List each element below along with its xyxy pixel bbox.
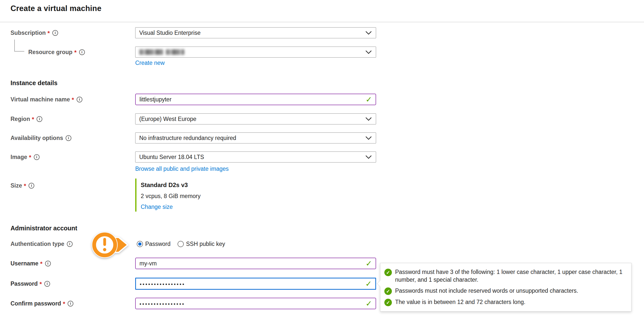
required-asterisk: * <box>40 260 42 267</box>
vm-name-label-group: Virtual machine name * i <box>11 96 135 103</box>
info-icon[interactable]: i <box>68 301 73 306</box>
page-header: Create a virtual machine <box>0 0 644 22</box>
username-label-group: Username * i <box>11 260 135 267</box>
info-icon[interactable]: i <box>29 183 34 189</box>
password-input[interactable] <box>136 278 375 289</box>
required-asterisk: * <box>29 154 31 161</box>
tooltip-text: Passwords must not include reserved word… <box>395 287 578 295</box>
chevron-down-icon <box>365 49 372 56</box>
vm-name-input[interactable] <box>136 94 376 105</box>
radio-label: Password <box>145 241 171 247</box>
chevron-down-icon <box>365 30 372 36</box>
tooltip-item: ✓ Passwords must not include reserved wo… <box>384 287 625 295</box>
valid-check-icon: ✓ <box>365 280 372 288</box>
check-circle-icon: ✓ <box>384 299 392 306</box>
availability-value: No infrastructure redundancy required <box>139 135 236 141</box>
size-name: Standard D2s v3 <box>141 179 201 189</box>
availability-label: Availability options <box>11 135 63 141</box>
availability-label-group: Availability options i <box>11 135 135 141</box>
tooltip-text: The value is in between 12 and 72 charac… <box>395 298 525 306</box>
size-specs: 2 vcpus, 8 GiB memory <box>141 193 201 200</box>
confirm-password-label: Confirm password <box>11 300 61 307</box>
create-new-link[interactable]: Create new <box>135 60 165 66</box>
password-label: Password <box>11 280 38 287</box>
info-icon[interactable]: i <box>77 97 82 102</box>
resource-group-connector-line <box>14 40 24 52</box>
size-label: Size <box>11 182 22 189</box>
auth-type-label: Authentication type <box>11 241 64 247</box>
vm-name-row: Virtual machine name * i ✓ <box>11 94 644 105</box>
password-requirements-tooltip: ✓ Password must have 3 of the following:… <box>380 263 631 311</box>
region-dropdown[interactable]: (Europe) West Europe <box>135 113 376 124</box>
info-icon[interactable]: i <box>79 49 85 55</box>
size-accent-bar <box>135 179 136 212</box>
subscription-label-group: Subscription * i <box>11 29 135 36</box>
instance-details-heading: Instance details <box>11 79 644 87</box>
check-circle-icon: ✓ <box>384 287 392 295</box>
size-details: Standard D2s v3 2 vcpus, 8 GiB memory Ch… <box>141 179 201 212</box>
confirm-password-label-group: Confirm password * i <box>11 300 135 307</box>
resource-group-value-redacted <box>139 49 184 55</box>
username-input-wrap: ✓ <box>135 258 376 269</box>
info-icon[interactable]: i <box>66 135 71 141</box>
vm-name-label: Virtual machine name <box>11 96 70 103</box>
username-input[interactable] <box>136 258 376 269</box>
availability-dropdown[interactable]: No infrastructure redundancy required <box>135 132 376 143</box>
required-asterisk: * <box>40 281 42 288</box>
required-asterisk: * <box>32 116 34 123</box>
resource-group-row: Resource group * i <box>11 47 644 58</box>
size-label-group: Size * i <box>11 179 135 189</box>
chevron-down-icon <box>365 135 372 141</box>
info-icon[interactable]: i <box>44 281 50 287</box>
image-row: Image * i Ubuntu Server 18.04 LTS <box>11 151 644 163</box>
subscription-value: Visual Studio Enterprise <box>139 30 201 36</box>
tooltip-text: Password must have 3 of the following: 1… <box>395 268 625 284</box>
info-icon[interactable]: i <box>45 261 51 266</box>
required-asterisk: * <box>74 49 76 56</box>
auth-type-radio-group: Password SSH public key <box>135 241 225 247</box>
info-icon[interactable]: i <box>52 30 58 36</box>
radio-selected-icon <box>137 241 143 247</box>
create-new-row: Create new <box>135 60 644 66</box>
region-row: Region * i (Europe) West Europe <box>11 113 644 124</box>
password-label-group: Password * i <box>11 280 135 287</box>
password-input-wrap: ✓ <box>135 278 376 290</box>
check-circle-icon: ✓ <box>384 269 392 276</box>
required-asterisk: * <box>63 300 65 307</box>
tooltip-item: ✓ Password must have 3 of the following:… <box>384 268 625 284</box>
region-label-group: Region * i <box>11 115 135 122</box>
valid-check-icon: ✓ <box>366 300 372 307</box>
info-icon[interactable]: i <box>37 116 42 122</box>
radio-unselected-icon <box>178 241 184 247</box>
radio-option-password[interactable]: Password <box>137 241 171 247</box>
radio-label: SSH public key <box>186 241 225 247</box>
resource-group-dropdown[interactable] <box>135 47 376 58</box>
radio-option-ssh-public-key[interactable]: SSH public key <box>178 241 225 247</box>
required-asterisk: * <box>72 96 74 103</box>
exclamation-arrow-callout-icon <box>88 230 131 259</box>
username-label: Username <box>11 260 38 267</box>
resource-group-label: Resource group <box>28 49 72 56</box>
vm-name-input-wrap: ✓ <box>135 94 376 105</box>
resource-group-label-group: Resource group * i <box>11 49 135 56</box>
chevron-down-icon <box>365 116 372 122</box>
image-dropdown[interactable]: Ubuntu Server 18.04 LTS <box>135 151 376 163</box>
create-vm-page: Create a virtual machine Subscription * … <box>0 0 644 319</box>
availability-row: Availability options i No infrastructure… <box>11 132 644 143</box>
subscription-dropdown[interactable]: Visual Studio Enterprise <box>135 27 376 38</box>
browse-images-row: Browse all public and private images <box>135 166 644 172</box>
region-value: (Europe) West Europe <box>139 116 196 122</box>
valid-check-icon: ✓ <box>366 96 372 103</box>
chevron-down-icon <box>365 154 372 161</box>
info-icon[interactable]: i <box>67 241 73 247</box>
required-asterisk: * <box>48 30 50 37</box>
page-title: Create a virtual machine <box>11 4 644 13</box>
change-size-link[interactable]: Change size <box>141 204 173 210</box>
tooltip-item: ✓ The value is in between 12 and 72 char… <box>384 298 625 306</box>
required-asterisk: * <box>24 183 26 190</box>
browse-images-link[interactable]: Browse all public and private images <box>135 166 229 172</box>
size-row: Size * i Standard D2s v3 2 vcpus, 8 GiB … <box>11 179 644 212</box>
info-icon[interactable]: i <box>34 154 40 160</box>
confirm-password-input-wrap: ✓ <box>135 298 376 309</box>
confirm-password-input[interactable] <box>136 298 376 309</box>
